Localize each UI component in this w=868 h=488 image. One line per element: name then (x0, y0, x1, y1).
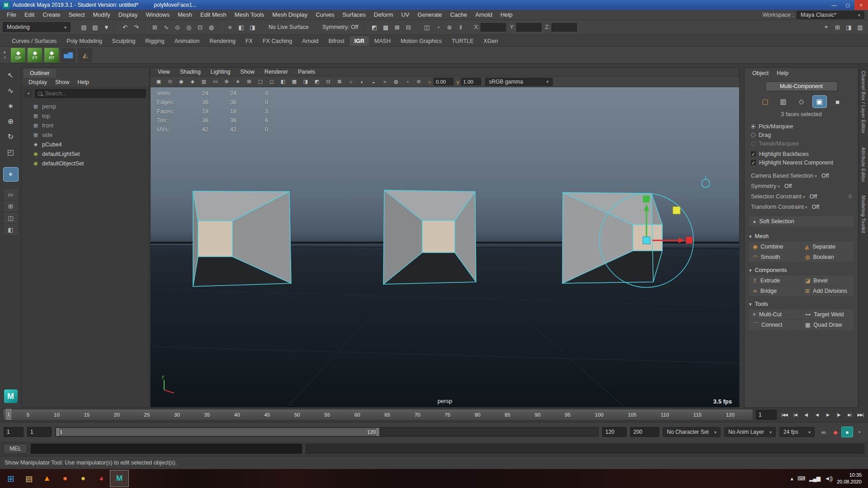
lock-camera-icon[interactable]: ◉ (176, 77, 187, 86)
network-icon[interactable]: ▂▄▆ (809, 475, 820, 482)
checkbox-option[interactable]: Highlight Backfaces (751, 150, 852, 158)
shelf-tab[interactable]: Rigging (141, 36, 169, 46)
viewport-canvas[interactable]: y Verts: 24 24 0 Edges: 36 36 0 (151, 87, 739, 407)
object-mode-icon[interactable]: ■ (831, 96, 844, 108)
shelf-tab[interactable]: IGR (350, 36, 369, 46)
shelf-tab[interactable]: XGen (479, 36, 503, 46)
shelf-tab[interactable]: FX (241, 36, 257, 46)
camera-attributes-icon[interactable]: ◈ (187, 77, 198, 86)
rotate-tool-icon[interactable]: ↻ (4, 130, 18, 143)
file-explorer-icon[interactable]: ▤ (20, 470, 38, 487)
four-pane-layout-icon[interactable]: ⊞ (4, 201, 18, 211)
radio-option[interactable]: Tweak/Marquee (751, 139, 852, 148)
toolkit-button[interactable]: ×Multi-Cut (749, 310, 801, 319)
menu-item[interactable]: Create (38, 11, 64, 18)
move-tool-icon[interactable]: ⊕ (4, 114, 18, 128)
shelf-tab[interactable]: Curves / Surfaces (7, 36, 61, 46)
shelf-item-graph[interactable]: ▅▇ (61, 48, 75, 62)
shadows-icon[interactable]: ◐ (357, 77, 368, 86)
outliner-item[interactable]: ▦ persp (22, 102, 149, 111)
step-forward-key-icon[interactable]: |▶ (834, 410, 844, 420)
checkbox-option[interactable]: Highlight Nearest Component (751, 158, 852, 167)
menu-item[interactable]: Display (25, 79, 50, 86)
timeline-playhead[interactable]: 1 (6, 409, 11, 420)
menu-item[interactable]: Windows (142, 11, 174, 18)
section-header-components[interactable]: Components (749, 266, 854, 275)
playback-loop-icon[interactable]: ∞ (818, 427, 829, 437)
make-live-icon[interactable]: ◍ (206, 22, 217, 33)
shelf-tab[interactable]: TURTLE (447, 36, 478, 46)
frame-all-icon[interactable]: ⊡ (323, 77, 334, 86)
vlc-icon[interactable]: ▲ (38, 470, 56, 487)
poly-count-icon[interactable]: ⊞ (832, 22, 843, 33)
chrome-icon[interactable]: ◕ (92, 470, 110, 487)
step-forward-frame-icon[interactable]: ▶| (844, 410, 854, 420)
snap-to-view-plane-icon[interactable]: ⊡ (195, 22, 205, 33)
anim-layer-select[interactable]: No Anim Layer (724, 427, 776, 437)
cube-1[interactable] (193, 191, 291, 286)
wireframe-color-icon[interactable]: ▩ (381, 22, 391, 33)
snap-to-grid-icon[interactable]: ⊞ (150, 22, 160, 33)
menu-item[interactable]: Curves (311, 11, 338, 18)
firefox-icon[interactable]: ● (56, 470, 74, 487)
snap-to-point-icon[interactable]: ⊙ (172, 22, 183, 33)
taskbar-clock[interactable]: 10:35 20.08.2020 (837, 472, 862, 485)
close-button[interactable]: × (854, 0, 868, 10)
menu-item[interactable]: Edit Mesh (196, 11, 231, 18)
menu-item[interactable]: Help (74, 79, 92, 86)
go-to-end-icon[interactable]: ▶▶| (855, 410, 865, 420)
film-gate-icon[interactable]: ▢ (255, 77, 266, 86)
command-output[interactable] (306, 444, 864, 454)
timeline-ruler[interactable]: 5101520253035404550556065707580859095100… (3, 409, 753, 421)
field-chart-icon[interactable]: ▦ (289, 77, 300, 86)
checkbox-icon[interactable] (751, 151, 756, 156)
coord-input[interactable] (516, 23, 542, 32)
radio-option[interactable]: Drag (751, 131, 852, 139)
menu-item[interactable]: Arnold (471, 11, 496, 18)
renderer-select-icon[interactable]: ▣ (153, 77, 164, 86)
menu-item[interactable]: Mesh Tools (231, 11, 269, 18)
symmetry-indicator[interactable]: Symmetry: Off (320, 24, 361, 30)
shelf-tab[interactable]: Sculpting (108, 36, 140, 46)
volume-icon[interactable]: ◄)) (825, 475, 832, 482)
motion-blur-icon[interactable]: ≈ (379, 77, 390, 86)
outliner-item[interactable]: ◈ pCube4 (22, 140, 149, 149)
multi-component-button[interactable]: Multi-Component (765, 81, 838, 91)
select-component-icon[interactable]: ◨ (247, 22, 258, 33)
panel-layout-icon[interactable]: ▥ (855, 22, 865, 33)
frame-selection-icon[interactable]: ⊠ (334, 77, 345, 86)
animation-end-field[interactable] (630, 427, 659, 437)
open-scene-icon[interactable]: ▧ (90, 22, 100, 33)
shelf-tab[interactable]: Animation (170, 36, 204, 46)
redo-icon[interactable]: ↷ (131, 22, 142, 33)
resolution-gate-icon[interactable]: ◻ (266, 77, 277, 86)
image-plane-icon[interactable]: ▭ (210, 77, 221, 86)
outliner-tab[interactable]: Outliner (24, 69, 56, 78)
play-forwards-icon[interactable]: ▶ (823, 410, 833, 420)
range-slider-bar[interactable]: 1 120 (56, 428, 379, 436)
menu-item[interactable]: Cache (446, 11, 472, 18)
lighting-icon[interactable]: ○ (345, 77, 356, 86)
workspace-select[interactable]: Maya Classic* (797, 11, 864, 19)
menu-item[interactable]: Help (774, 70, 792, 77)
exposure-input[interactable] (434, 78, 453, 85)
menu-item[interactable]: Help (496, 11, 517, 18)
menu-item[interactable]: Show (236, 69, 259, 75)
shelf-menu-icon[interactable]: ≡ (4, 56, 6, 60)
shelf-tab-switch-icon[interactable]: ▾ (4, 51, 6, 55)
snap-to-projected-center-icon[interactable]: ◎ (184, 22, 194, 33)
toolkit-button[interactable]: ◪Bevel (802, 276, 854, 286)
playback-start-field[interactable] (27, 427, 52, 437)
toolkit-button[interactable]: ⇧Extrude (749, 276, 801, 286)
outliner-pane-layout-icon[interactable]: ◧ (4, 225, 18, 235)
shelf-tab[interactable]: Rendering (205, 36, 240, 46)
ipr-render-icon[interactable]: ◔ (433, 22, 443, 33)
toolkit-button[interactable]: ◉Combine (749, 242, 801, 252)
fps-select[interactable]: 24 fps (779, 427, 815, 437)
select-hierarchy-icon[interactable]: ≡ (225, 22, 235, 33)
new-scene-icon[interactable]: ▤ (79, 22, 89, 33)
section-header-mesh[interactable]: Mesh (749, 232, 854, 241)
shelf-tab[interactable]: Motion Graphics (396, 36, 446, 46)
menu-item[interactable]: Select (64, 11, 89, 18)
outliner-item[interactable]: ▦ top (22, 111, 149, 121)
